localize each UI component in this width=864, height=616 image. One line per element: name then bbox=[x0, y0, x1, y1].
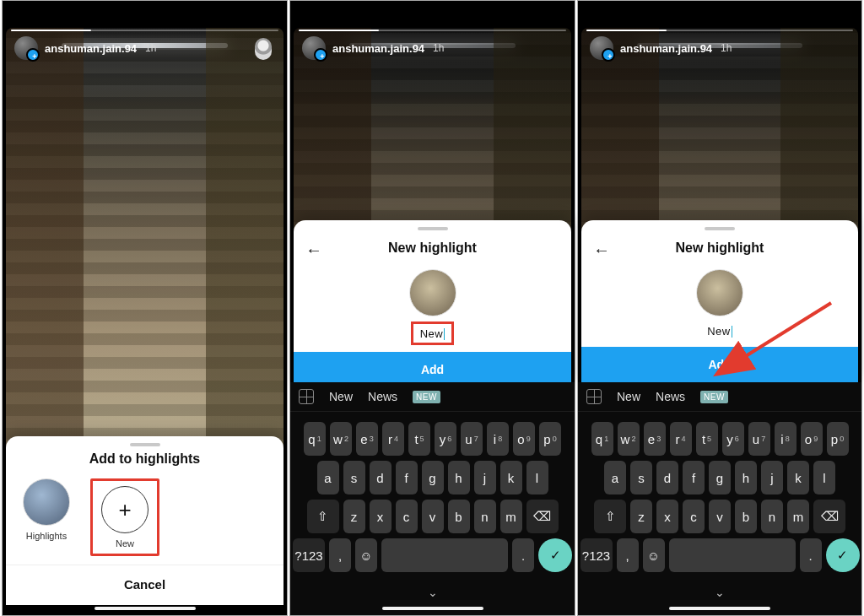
key-n[interactable]: n bbox=[474, 500, 496, 533]
highlight-name-input[interactable]: New bbox=[707, 325, 731, 338]
suggestion-badge[interactable]: NEW bbox=[700, 391, 728, 403]
key-m[interactable]: m bbox=[500, 500, 522, 533]
key-shift[interactable]: ⇧ bbox=[594, 500, 626, 533]
key-p[interactable]: p0 bbox=[827, 422, 849, 456]
key-w[interactable]: w2 bbox=[618, 422, 640, 456]
back-arrow-icon[interactable]: ← bbox=[305, 240, 322, 260]
key-e[interactable]: e3 bbox=[356, 422, 378, 456]
key-s[interactable]: s bbox=[630, 461, 652, 494]
key-z[interactable]: z bbox=[630, 500, 652, 533]
suggestion-1[interactable]: New bbox=[329, 390, 353, 403]
avatar[interactable]: + bbox=[14, 36, 38, 60]
suggestion-2[interactable]: News bbox=[368, 390, 397, 403]
suggestion-2[interactable]: News bbox=[656, 390, 685, 403]
highlight-item-existing[interactable]: Highlights bbox=[19, 478, 73, 556]
cancel-button[interactable]: Cancel bbox=[6, 565, 284, 598]
key-numbers[interactable]: ?123 bbox=[293, 538, 325, 572]
story-username[interactable]: anshuman.jain.94 bbox=[332, 42, 424, 55]
suggestion-badge[interactable]: NEW bbox=[413, 391, 440, 403]
key-backspace[interactable]: ⌫ bbox=[526, 500, 559, 533]
key-k[interactable]: k bbox=[500, 461, 522, 494]
key-s[interactable]: s bbox=[343, 461, 365, 494]
key-l[interactable]: l bbox=[526, 461, 548, 494]
home-indicator[interactable] bbox=[382, 607, 483, 610]
key-l[interactable]: l bbox=[813, 461, 835, 494]
key-g[interactable]: g bbox=[709, 461, 731, 494]
key-numbers[interactable]: ?123 bbox=[580, 538, 613, 572]
key-u[interactable]: u7 bbox=[461, 422, 483, 456]
key-j[interactable]: j bbox=[761, 461, 783, 494]
key-r[interactable]: r4 bbox=[670, 422, 692, 456]
key-j[interactable]: j bbox=[474, 461, 496, 494]
key-t[interactable]: t5 bbox=[696, 422, 718, 456]
key-h[interactable]: h bbox=[735, 461, 757, 494]
key-period[interactable]: . bbox=[512, 538, 534, 572]
key-w[interactable]: w2 bbox=[330, 422, 352, 456]
key-d[interactable]: d bbox=[656, 461, 678, 494]
soft-keyboard[interactable]: New News NEW q1 w2 e3 r4 t5 y6 u7 i8 o9 … bbox=[290, 382, 575, 615]
key-n[interactable]: n bbox=[761, 500, 783, 533]
avatar[interactable]: + bbox=[302, 36, 326, 60]
story-username[interactable]: anshuman.jain.94 bbox=[45, 42, 137, 55]
key-k[interactable]: k bbox=[787, 461, 809, 494]
key-enter[interactable]: ✓ bbox=[538, 538, 572, 572]
key-m[interactable]: m bbox=[787, 500, 809, 533]
key-backspace[interactable]: ⌫ bbox=[813, 500, 845, 533]
key-comma[interactable]: , bbox=[329, 538, 351, 572]
key-emoji[interactable]: ☺ bbox=[643, 538, 665, 572]
sheet-grabber[interactable] bbox=[705, 227, 735, 230]
key-space[interactable] bbox=[381, 538, 508, 572]
key-c[interactable]: c bbox=[683, 500, 705, 533]
back-arrow-icon[interactable]: ← bbox=[593, 240, 610, 260]
key-d[interactable]: d bbox=[370, 461, 392, 494]
key-i[interactable]: i8 bbox=[487, 422, 509, 456]
sheet-grabber[interactable] bbox=[418, 227, 448, 230]
key-r[interactable]: r4 bbox=[382, 422, 404, 456]
home-indicator[interactable] bbox=[669, 607, 770, 610]
key-c[interactable]: c bbox=[396, 500, 418, 533]
key-t[interactable]: t5 bbox=[408, 422, 430, 456]
soft-keyboard[interactable]: New News NEW q1 w2 e3 r4 t5 y6 u7 i8 o9 … bbox=[578, 382, 861, 615]
key-shift[interactable]: ⇧ bbox=[307, 500, 339, 533]
key-v[interactable]: v bbox=[422, 500, 444, 533]
key-f[interactable]: f bbox=[683, 461, 705, 494]
story-username[interactable]: anshuman.jain.94 bbox=[620, 42, 712, 55]
home-indicator[interactable] bbox=[94, 607, 196, 610]
key-space[interactable] bbox=[669, 538, 796, 572]
key-y[interactable]: y6 bbox=[435, 422, 456, 456]
key-comma[interactable]: , bbox=[617, 538, 639, 572]
key-x[interactable]: x bbox=[656, 500, 678, 533]
highlight-item-new[interactable]: + New bbox=[98, 486, 152, 548]
key-y[interactable]: y6 bbox=[722, 422, 744, 456]
highlight-cover-thumb[interactable] bbox=[696, 269, 743, 316]
key-i[interactable]: i8 bbox=[775, 422, 796, 456]
key-enter[interactable]: ✓ bbox=[826, 538, 860, 572]
key-q[interactable]: q1 bbox=[304, 422, 326, 456]
key-period[interactable]: . bbox=[800, 538, 822, 572]
key-b[interactable]: b bbox=[735, 500, 757, 533]
key-q[interactable]: q1 bbox=[591, 422, 613, 456]
key-x[interactable]: x bbox=[370, 500, 392, 533]
key-u[interactable]: u7 bbox=[748, 422, 770, 456]
key-b[interactable]: b bbox=[448, 500, 470, 533]
key-h[interactable]: h bbox=[448, 461, 470, 494]
add-button[interactable]: Add bbox=[581, 347, 858, 382]
key-a[interactable]: a bbox=[604, 461, 626, 494]
avatar[interactable]: + bbox=[590, 36, 613, 60]
key-g[interactable]: g bbox=[422, 461, 444, 494]
highlight-cover-thumb[interactable] bbox=[409, 269, 456, 316]
key-emoji[interactable]: ☺ bbox=[355, 538, 377, 572]
key-f[interactable]: f bbox=[396, 461, 418, 494]
keyboard-collapse-icon[interactable]: ⌄ bbox=[290, 586, 575, 602]
key-a[interactable]: a bbox=[317, 461, 339, 494]
key-p[interactable]: p0 bbox=[539, 422, 561, 456]
key-e[interactable]: e3 bbox=[644, 422, 666, 456]
key-o[interactable]: o9 bbox=[801, 422, 823, 456]
keyboard-grid-icon[interactable] bbox=[299, 389, 314, 404]
key-v[interactable]: v bbox=[709, 500, 731, 533]
sheet-grabber[interactable] bbox=[130, 443, 160, 446]
keyboard-collapse-icon[interactable]: ⌄ bbox=[578, 586, 861, 602]
highlight-name-input[interactable]: New bbox=[420, 327, 444, 340]
key-z[interactable]: z bbox=[343, 500, 365, 533]
key-o[interactable]: o9 bbox=[513, 422, 535, 456]
